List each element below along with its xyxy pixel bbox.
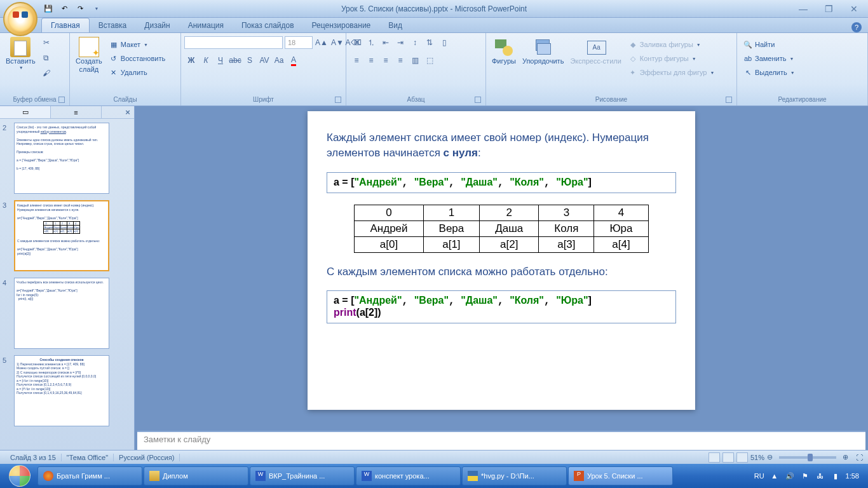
redo-button[interactable]: ↷ (73, 2, 87, 16)
arrange-button[interactable]: Упорядочить (520, 36, 566, 67)
flag-icon[interactable]: ⚑ (800, 471, 810, 481)
task-python[interactable]: *hvg.py - D:\Пи... (462, 466, 567, 485)
layout-button[interactable]: ▦Макет▼ (106, 38, 168, 51)
tab-insert[interactable]: Вставка (90, 18, 136, 32)
font-color-button[interactable]: A (287, 53, 301, 67)
outline-tab[interactable]: ≡ (51, 106, 102, 118)
sorter-view-button[interactable] (722, 452, 734, 463)
paste-button[interactable]: Вставить ▼ (3, 36, 38, 71)
help-button[interactable]: ? (851, 22, 862, 32)
indent-inc-button[interactable]: ⇥ (393, 36, 407, 50)
slideshow-view-button[interactable] (736, 452, 748, 463)
restore-button[interactable]: ❐ (820, 3, 837, 15)
shrink-font-button[interactable]: A▼ (330, 36, 344, 50)
thumb-row[interactable]: 4 Чтобы перебрать все элементы списка ис… (3, 278, 132, 349)
thumbnails[interactable]: 2 Список (list) - это тип данных, предст… (0, 119, 134, 450)
slides-tab[interactable]: ▭ (0, 106, 51, 118)
slide-thumb-3[interactable]: Каждый элемент списка имеет свой номер (… (14, 200, 109, 271)
panel-close[interactable]: × (121, 106, 134, 118)
replace-button[interactable]: abЗаменить▼ (740, 52, 797, 65)
shape-effects-button[interactable]: ✦Эффекты для фигур▼ (625, 66, 717, 79)
current-slide[interactable]: Каждый элемент списка имеет свой номер (… (308, 111, 695, 410)
task-firefox[interactable]: Братья Гримм ... (37, 466, 142, 485)
tab-slideshow[interactable]: Показ слайдов (233, 18, 303, 32)
dialog-launcher[interactable] (58, 97, 65, 103)
normal-view-button[interactable] (709, 452, 720, 463)
justify-button[interactable]: ≡ (393, 53, 407, 67)
office-button[interactable] (3, 2, 37, 36)
text-direction-button[interactable]: ⇅ (423, 36, 437, 50)
minimize-button[interactable]: — (794, 3, 812, 15)
dialog-launcher[interactable] (475, 97, 481, 103)
reset-button[interactable]: ↺Восстановить (106, 52, 168, 65)
slide-thumb-4[interactable]: Чтобы перебрать все элементы списка испо… (14, 278, 109, 349)
copy-button[interactable]: ⧉ (39, 51, 53, 65)
shape-fill-button[interactable]: ◆Заливка фигуры▼ (625, 38, 717, 51)
thumb-row[interactable]: 2 Список (list) - это тип данных, предст… (3, 123, 132, 194)
slide-thumb-5[interactable]: Способы создания списков 1) Перечисление… (14, 355, 109, 426)
tray-lang[interactable]: RU (754, 472, 764, 480)
indent-dec-button[interactable]: ⇤ (379, 36, 393, 50)
tray-clock[interactable]: 1:58 (846, 472, 859, 480)
network-icon[interactable]: 🖧 (815, 471, 825, 481)
tab-animation[interactable]: Анимация (179, 18, 233, 32)
select-button[interactable]: ↖Выделить▼ (740, 66, 797, 79)
align-right-button[interactable]: ≡ (379, 53, 393, 67)
shadow-button[interactable]: S (243, 53, 257, 67)
start-button[interactable] (3, 464, 37, 488)
notes-pane[interactable]: Заметки к слайду (137, 431, 865, 450)
slide-thumb-2[interactable]: Список (list) - это тип данных, представ… (14, 123, 109, 194)
dialog-launcher[interactable] (335, 97, 341, 103)
find-button[interactable]: 🔍Найти (740, 38, 797, 51)
char-spacing-button[interactable]: AV (257, 53, 271, 67)
align-text-button[interactable]: ▯ (437, 36, 451, 50)
format-painter-button[interactable]: 🖌 (39, 66, 53, 80)
task-explorer[interactable]: Диплом (144, 466, 248, 485)
bullets-button[interactable]: ≣ (349, 36, 363, 50)
align-left-button[interactable]: ≡ (349, 53, 363, 67)
task-powerpoint[interactable]: PУрок 5. Списки ... (568, 466, 673, 485)
save-button[interactable]: 💾 (41, 2, 55, 16)
shape-outline-button[interactable]: ◇Контур фигуры▼ (625, 52, 717, 65)
qat-customize[interactable]: ▼ (89, 2, 103, 16)
grow-font-button[interactable]: A▲ (315, 36, 329, 50)
font-family-combo[interactable] (184, 36, 283, 49)
tab-review[interactable]: Рецензирование (303, 18, 380, 32)
smartart-button[interactable]: ⬚ (423, 53, 437, 67)
volume-icon[interactable]: 🔊 (785, 471, 795, 481)
bold-button[interactable]: Ж (184, 53, 198, 67)
dialog-launcher[interactable] (726, 97, 732, 103)
new-slide-button[interactable]: Создать слайд (73, 36, 105, 75)
strike-button[interactable]: abc (228, 53, 242, 67)
thumb-row[interactable]: 5 Способы создания списков 1) Перечислен… (3, 355, 132, 426)
columns-button[interactable]: ▥ (408, 53, 422, 67)
task-word-2[interactable]: Wконспект урока... (356, 466, 461, 485)
cut-button[interactable]: ✂ (39, 36, 53, 50)
font-size-combo[interactable] (285, 36, 313, 49)
task-word-1[interactable]: WВКР_Трайнина ... (250, 466, 355, 485)
quick-styles-button[interactable]: Экспресс-стили (567, 36, 623, 67)
shapes-label: Фигуры (492, 57, 516, 65)
numbering-button[interactable]: ⒈ (364, 36, 378, 50)
line-spacing-button[interactable]: ↕ (408, 36, 422, 50)
delete-slide-button[interactable]: ✕Удалить (106, 66, 168, 79)
battery-icon[interactable]: ▮ (831, 471, 841, 481)
italic-button[interactable]: К (199, 53, 213, 67)
tray-up-icon[interactable]: ▲ (770, 471, 780, 481)
fit-window-button[interactable]: ⛶ (856, 454, 863, 461)
change-case-button[interactable]: Aa (272, 53, 286, 67)
tab-home[interactable]: Главная (41, 18, 90, 32)
zoom-slider[interactable] (779, 456, 836, 459)
tab-view[interactable]: Вид (379, 18, 411, 32)
close-button[interactable]: ✕ (845, 3, 863, 15)
status-language[interactable]: Русский (Россия) (114, 454, 180, 461)
thumb-row[interactable]: 3 Каждый элемент списка имеет свой номер… (3, 200, 132, 271)
undo-button[interactable]: ↶ (57, 2, 71, 16)
underline-button[interactable]: Ч (214, 53, 227, 67)
slide-viewport[interactable]: Каждый элемент списка имеет свой номер (… (135, 106, 868, 431)
zoom-out-button[interactable]: ⊖ (767, 453, 773, 461)
zoom-in-button[interactable]: ⊕ (843, 453, 848, 461)
shapes-button[interactable]: Фигуры (489, 36, 519, 67)
tab-design[interactable]: Дизайн (135, 18, 179, 32)
align-center-button[interactable]: ≡ (364, 53, 378, 67)
